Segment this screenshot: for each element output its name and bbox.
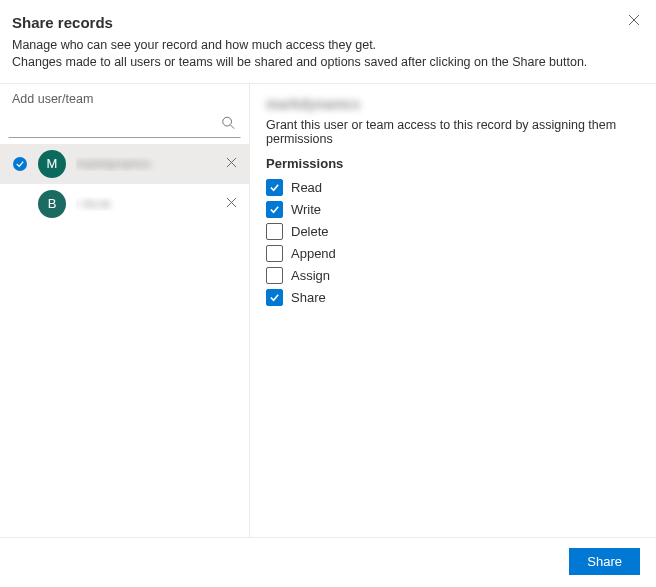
checkbox-share[interactable] [266, 289, 283, 306]
permission-row-delete: Delete [266, 221, 640, 243]
remove-user-icon[interactable] [222, 195, 241, 212]
permission-label[interactable]: Append [291, 246, 336, 261]
permission-label[interactable]: Delete [291, 224, 329, 239]
dialog-footer: Share [12, 538, 644, 587]
user-name: r ibcsk [76, 197, 212, 211]
dialog-description: Manage who can see your record and how m… [12, 37, 644, 71]
checkbox-delete[interactable] [266, 223, 283, 240]
permission-row-write: Write [266, 199, 640, 221]
remove-user-icon[interactable] [222, 155, 241, 172]
selected-indicator [12, 157, 28, 171]
search-wrap [8, 110, 241, 138]
user-name: markdynamcs [76, 157, 212, 171]
permission-label[interactable]: Read [291, 180, 322, 195]
user-list: M markdynamcs B r ibcsk [0, 144, 249, 529]
share-button[interactable]: Share [569, 548, 640, 575]
add-user-input[interactable] [8, 110, 241, 138]
permission-row-assign: Assign [266, 265, 640, 287]
check-circle-icon [13, 157, 27, 171]
right-pane: markdynamcs Grant this user or team acce… [250, 84, 656, 537]
checkbox-read[interactable] [266, 179, 283, 196]
permissions-instruction: Grant this user or team access to this r… [266, 118, 640, 146]
add-user-label: Add user/team [0, 84, 249, 110]
permission-row-read: Read [266, 177, 640, 199]
permissions-heading: Permissions [266, 156, 640, 171]
description-line-1: Manage who can see your record and how m… [12, 38, 376, 52]
close-icon[interactable] [624, 12, 644, 30]
dialog-header: Share records [12, 12, 644, 37]
selected-user-name: markdynamcs [266, 96, 360, 112]
user-row[interactable]: B r ibcsk [0, 184, 249, 224]
description-line-2: Changes made to all users or teams will … [12, 55, 587, 69]
dialog-body: Add user/team M markdynamcs [0, 84, 656, 538]
user-row[interactable]: M markdynamcs [0, 144, 249, 184]
permission-label[interactable]: Assign [291, 268, 330, 283]
checkbox-write[interactable] [266, 201, 283, 218]
avatar: M [38, 150, 66, 178]
left-pane: Add user/team M markdynamcs [0, 84, 250, 537]
permission-label[interactable]: Share [291, 290, 326, 305]
share-records-dialog: Share records Manage who can see your re… [0, 0, 656, 587]
checkbox-append[interactable] [266, 245, 283, 262]
checkbox-assign[interactable] [266, 267, 283, 284]
avatar: B [38, 190, 66, 218]
permission-row-append: Append [266, 243, 640, 265]
permission-label[interactable]: Write [291, 202, 321, 217]
permission-row-share: Share [266, 287, 640, 309]
permissions-list: Read Write Delete Append Assign [266, 177, 640, 309]
dialog-title: Share records [12, 14, 113, 31]
